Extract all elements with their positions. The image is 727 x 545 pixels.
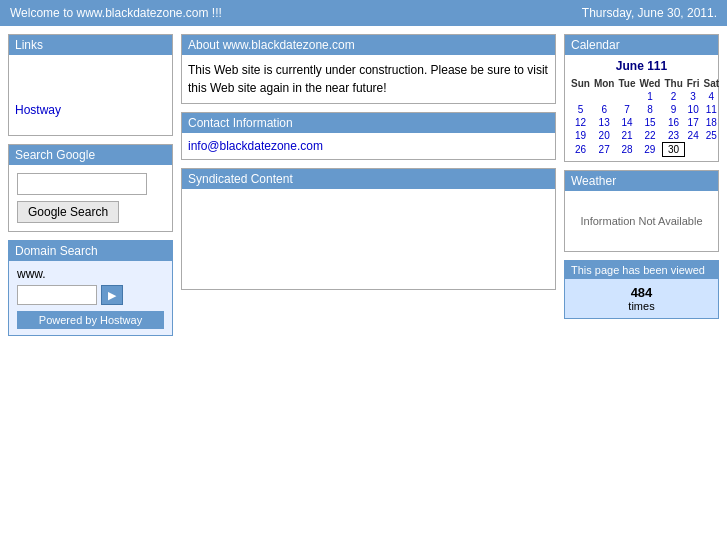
calendar-cell: 3	[685, 90, 702, 103]
calendar-cell: 16	[662, 116, 684, 129]
calendar-cell	[616, 90, 637, 103]
hostway-link[interactable]: Hostway	[15, 103, 61, 117]
calendar-cell: 25	[702, 129, 722, 143]
cal-day-tue: Tue	[616, 77, 637, 90]
calendar-cell: 21	[616, 129, 637, 143]
weather-panel: Weather Information Not Available	[564, 170, 719, 252]
weather-panel-header: Weather	[565, 171, 718, 191]
contact-panel: Contact Information info@blackdatezone.c…	[181, 112, 556, 160]
cal-day-sat: Sat	[702, 77, 722, 90]
calendar-cell: 18	[702, 116, 722, 129]
calendar-cell	[685, 143, 702, 157]
calendar-cell: 14	[616, 116, 637, 129]
calendar-cell: 1	[637, 90, 662, 103]
domain-search-panel: Domain Search www. ▶ Powered by Hostway	[8, 240, 173, 336]
middle-column: About www.blackdatezone.com This Web sit…	[181, 34, 556, 290]
calendar-cell: 24	[685, 129, 702, 143]
views-panel-header: This page has been viewed	[565, 261, 718, 279]
google-search-button[interactable]: Google Search	[17, 201, 119, 223]
links-panel-body: Hostway	[9, 55, 172, 135]
calendar-cell: 8	[637, 103, 662, 116]
date-text: Thursday, June 30, 2011.	[582, 6, 717, 20]
calendar-cell: 5	[569, 103, 592, 116]
calendar-cell: 13	[592, 116, 617, 129]
calendar-cell: 23	[662, 129, 684, 143]
cal-day-mon: Mon	[592, 77, 617, 90]
domain-search-input[interactable]	[17, 285, 97, 305]
calendar-cell: 17	[685, 116, 702, 129]
calendar-cell	[569, 90, 592, 103]
search-panel-body: Google Search	[9, 165, 172, 231]
calendar-body: 1234567891011121314151617181920212223242…	[569, 90, 721, 157]
calendar-cell: 12	[569, 116, 592, 129]
about-panel: About www.blackdatezone.com This Web sit…	[181, 34, 556, 104]
domain-input-row: ▶	[17, 285, 164, 305]
syndicated-panel-header: Syndicated Content	[182, 169, 555, 189]
domain-go-button[interactable]: ▶	[101, 285, 123, 305]
calendar-month: June 111	[569, 59, 714, 73]
links-panel: Links Hostway	[8, 34, 173, 136]
cal-day-fri: Fri	[685, 77, 702, 90]
views-panel: This page has been viewed 484 times	[564, 260, 719, 319]
contact-panel-header: Contact Information	[182, 113, 555, 133]
calendar-cell: 30	[662, 143, 684, 157]
left-column: Links Hostway Search Google Google Searc…	[8, 34, 173, 336]
right-column: Calendar June 111 Sun Mon Tue Wed Thu Fr…	[564, 34, 719, 319]
calendar-cell: 10	[685, 103, 702, 116]
domain-panel-header: Domain Search	[9, 241, 172, 261]
calendar-cell: 4	[702, 90, 722, 103]
calendar-row: 567891011	[569, 103, 721, 116]
page-header: Welcome to www.blackdatezone.com !!! Thu…	[0, 0, 727, 26]
google-search-input[interactable]	[17, 173, 147, 195]
cal-day-thu: Thu	[662, 77, 684, 90]
www-label: www.	[17, 267, 164, 281]
calendar-table: Sun Mon Tue Wed Thu Fri Sat 123456789101…	[569, 77, 721, 157]
calendar-panel-body: June 111 Sun Mon Tue Wed Thu Fri Sat	[565, 55, 718, 161]
weather-panel-body: Information Not Available	[565, 191, 718, 251]
syndicated-panel-body	[182, 189, 555, 289]
calendar-cell: 27	[592, 143, 617, 157]
search-panel-header: Search Google	[9, 145, 172, 165]
cal-day-sun: Sun	[569, 77, 592, 90]
calendar-cell: 11	[702, 103, 722, 116]
calendar-cell: 20	[592, 129, 617, 143]
cal-day-wed: Wed	[637, 77, 662, 90]
main-content: Links Hostway Search Google Google Searc…	[0, 26, 727, 344]
calendar-row: 19202122232425	[569, 129, 721, 143]
links-panel-header: Links	[9, 35, 172, 55]
calendar-row: 2627282930	[569, 143, 721, 157]
views-count: 484	[571, 285, 712, 300]
calendar-cell: 15	[637, 116, 662, 129]
calendar-row: 12131415161718	[569, 116, 721, 129]
calendar-row: 1234	[569, 90, 721, 103]
about-panel-header: About www.blackdatezone.com	[182, 35, 555, 55]
contact-email-link[interactable]: info@blackdatezone.com	[188, 139, 323, 153]
welcome-text: Welcome to www.blackdatezone.com !!!	[10, 6, 222, 20]
calendar-panel-header: Calendar	[565, 35, 718, 55]
search-google-panel: Search Google Google Search	[8, 144, 173, 232]
calendar-cell: 19	[569, 129, 592, 143]
views-times: times	[571, 300, 712, 312]
calendar-cell: 28	[616, 143, 637, 157]
calendar-cell: 9	[662, 103, 684, 116]
calendar-cell: 26	[569, 143, 592, 157]
powered-by-bar: Powered by Hostway	[17, 311, 164, 329]
calendar-cell	[592, 90, 617, 103]
contact-panel-body: info@blackdatezone.com	[182, 133, 555, 159]
syndicated-content-panel: Syndicated Content	[181, 168, 556, 290]
calendar-cell: 29	[637, 143, 662, 157]
calendar-cell	[702, 143, 722, 157]
calendar-panel: Calendar June 111 Sun Mon Tue Wed Thu Fr…	[564, 34, 719, 162]
calendar-cell: 7	[616, 103, 637, 116]
calendar-cell: 2	[662, 90, 684, 103]
about-panel-body: This Web site is currently under constru…	[182, 55, 555, 103]
calendar-cell: 22	[637, 129, 662, 143]
domain-panel-body: www. ▶ Powered by Hostway	[9, 261, 172, 335]
calendar-cell: 6	[592, 103, 617, 116]
views-panel-body: 484 times	[565, 279, 718, 318]
calendar-header-row: Sun Mon Tue Wed Thu Fri Sat	[569, 77, 721, 90]
